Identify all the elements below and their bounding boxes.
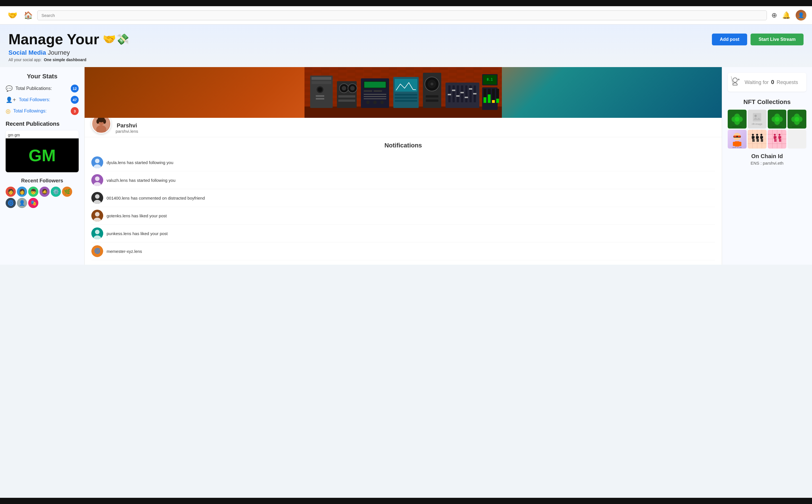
follower-avatar[interactable]: 👦 [28,187,38,197]
svg-rect-144 [756,139,757,142]
svg-point-158 [774,134,776,136]
svg-rect-126 [739,142,741,146]
nft-item-5[interactable]: WHAT IS LIVE [728,130,747,149]
publication-card[interactable]: gm gm GM [6,131,79,172]
follower-avatar[interactable]: 🧔 [39,187,50,197]
svg-rect-168 [779,139,780,142]
notif-avatar-1 [91,156,103,168]
live-stream-button[interactable]: Start Live Stream [751,34,804,45]
nft-item-7[interactable] [768,130,787,149]
svg-rect-55 [469,88,472,90]
svg-rect-149 [762,136,763,138]
profile-name: Parshvi [116,122,138,129]
svg-point-17 [350,86,355,90]
nft-item-8[interactable] [787,130,806,149]
follower-avatar[interactable]: ⚙️ [51,187,61,197]
svg-rect-34 [395,97,417,99]
follower-avatar[interactable]: 🎭 [28,198,38,208]
svg-text:8.1: 8.1 [487,78,493,81]
center-panel: 8.1 [85,67,722,265]
add-post-button[interactable]: Add post [712,34,747,45]
svg-text:WHAT IS LIVE: WHAT IS LIVE [732,147,742,148]
notification-item: dyula.lens has started following you [91,154,715,171]
add-icon[interactable]: ⊕ [771,11,777,19]
svg-rect-161 [775,136,776,138]
svg-rect-33 [395,94,417,96]
notif-text-1: dyula.lens has started following you [107,160,173,165]
on-chain-section: On Chain Id ENS : parshvi.eth [728,153,806,165]
svg-rect-25 [364,94,386,95]
followers-count: 47 [71,96,79,104]
svg-rect-46 [461,85,463,102]
nft-item-3[interactable]: @nftcup.lens [768,110,787,129]
svg-rect-62 [484,97,486,103]
svg-rect-50 [448,94,451,95]
notif-avatar-6: 🌀 [91,245,103,257]
publications-icon: 💬 [6,85,13,92]
avatar[interactable]: 👤 [796,10,806,21]
right-panel: Waiting for 0 Requests NFT Collections @… [722,67,812,265]
svg-text:@nftcup.lens: @nftcup.lens [732,125,742,127]
followings-icon: ◎ [6,108,10,114]
home-icon[interactable]: 🏠 [24,11,33,20]
followings-label: Total Followings: [13,109,68,114]
svg-rect-35 [395,100,417,102]
bottom-bar [0,498,812,504]
svg-rect-102 [737,123,738,125]
hero-section: Manage Your 🤝💸 Social Media Journey All … [0,25,812,67]
hero-title: Manage Your 🤝💸 [8,31,129,47]
svg-text:@nftcup.lens: @nftcup.lens [792,125,802,127]
svg-rect-40 [426,95,438,98]
svg-rect-104 [753,113,761,121]
svg-point-85 [95,212,100,216]
svg-point-134 [752,134,754,136]
follower-avatar[interactable]: 👤 [17,198,27,208]
follower-avatar[interactable]: 🌀 [6,198,16,208]
notif-text-6: memester-xyz.lens [107,249,142,254]
svg-point-76 [95,159,100,163]
notif-text-2: valuzh.lens has started following you [107,178,175,183]
notification-item: 001400.lens has commented on distracted … [91,189,715,207]
svg-point-29 [373,101,377,104]
svg-rect-64 [488,94,491,103]
follower-avatar[interactable]: 🧑 [6,187,16,197]
svg-rect-11 [316,95,324,97]
followers-stat: 👤+ Total Followers: 47 [6,96,79,104]
follower-avatar[interactable]: 👩 [17,187,27,197]
bell-icon[interactable]: 🔔 [782,11,791,19]
nft-item-4[interactable]: @nftcup.lens [787,110,806,129]
search-input[interactable] [37,10,767,20]
requests-section: Waiting for 0 Requests [728,73,806,92]
svg-rect-166 [778,136,779,138]
notif-avatar-2 [91,174,103,186]
svg-rect-151 [762,139,763,142]
on-chain-title: On Chain Id [728,153,806,160]
svg-point-15 [342,86,346,90]
notifications-section: Notifications dyula.lens has started fol… [85,137,722,265]
svg-rect-27 [364,98,386,99]
notif-avatar-4 [91,210,103,222]
svg-rect-48 [469,85,472,102]
svg-point-73 [96,119,99,124]
svg-rect-169 [780,139,781,142]
svg-point-105 [754,115,757,117]
logo: 🤝 [6,8,19,22]
nft-item-6[interactable] [748,130,767,149]
profile-info: Parshvi parshvi.lens [85,118,722,137]
followers-label: Total Followers: [19,97,68,102]
nft-item-1[interactable]: @nftcup.lens [728,110,747,129]
svg-rect-118 [796,123,797,125]
svg-rect-5 [305,107,502,118]
svg-rect-51 [452,90,455,91]
recent-publications-title: Recent Publications [6,121,79,127]
publications-count: 12 [71,85,79,92]
follower-avatar[interactable]: 🌿 [62,187,72,197]
svg-rect-123 [738,136,741,137]
svg-rect-52 [456,95,460,97]
hero-buttons: Add post Start Live Stream [712,34,804,45]
svg-rect-8 [312,81,331,84]
svg-rect-148 [760,136,761,138]
svg-rect-143 [758,136,759,138]
on-chain-ens: ENS : parshvi.eth [728,161,806,165]
nft-item-2[interactable]: nft-image [748,110,767,129]
